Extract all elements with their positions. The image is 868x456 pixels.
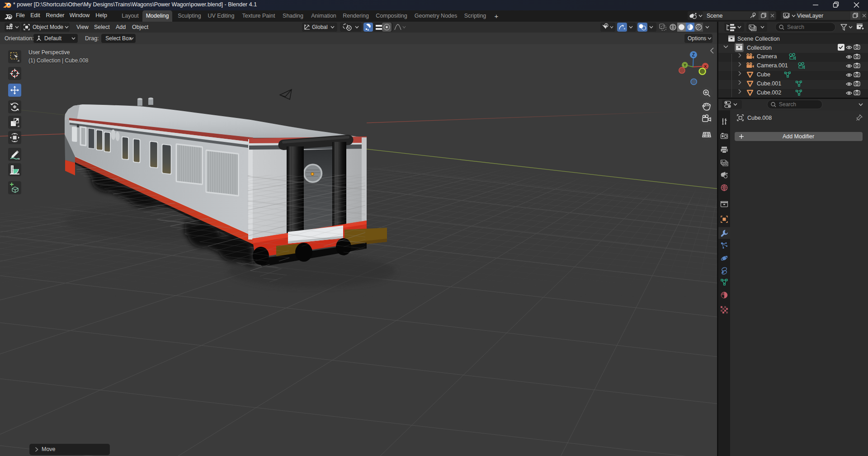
svg-text:Camera: Camera xyxy=(757,53,777,60)
svg-text:Search: Search xyxy=(779,101,796,108)
svg-text:Cube.001: Cube.001 xyxy=(757,80,781,87)
svg-text:Cube.002: Cube.002 xyxy=(757,89,781,96)
svg-text:Add Modifier: Add Modifier xyxy=(783,133,814,140)
svg-text:Cube.008: Cube.008 xyxy=(747,115,772,121)
svg-text:Cube: Cube xyxy=(757,71,770,78)
svg-text:Scene: Scene xyxy=(707,13,722,19)
svg-text:Collection: Collection xyxy=(747,45,772,51)
svg-text:ViewLayer: ViewLayer xyxy=(797,13,823,19)
svg-text:Scene Collection: Scene Collection xyxy=(737,36,780,42)
svg-text:Search: Search xyxy=(787,24,804,30)
svg-text:Camera.001: Camera.001 xyxy=(757,62,788,69)
